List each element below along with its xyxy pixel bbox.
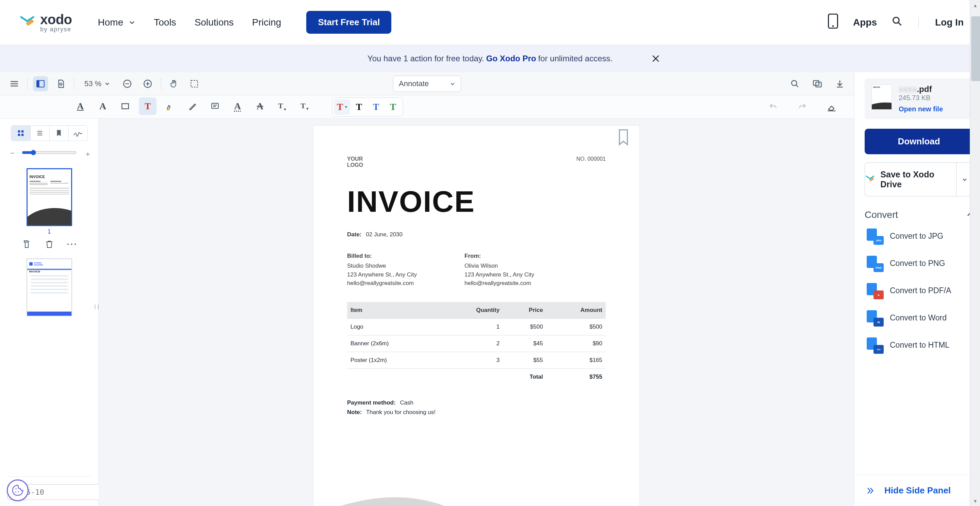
duplicate-page-button[interactable] [20,238,32,250]
highlighter-tool[interactable] [161,97,179,115]
svg-rect-23 [212,103,218,108]
scroll-down-icon[interactable]: ▾ [970,496,980,506]
bookmark-page-button[interactable] [617,129,630,142]
svg-point-34 [15,488,16,489]
thumbnail-page-1[interactable]: INVOICE [27,168,72,235]
login-link[interactable]: Log In [935,17,964,28]
thumbnail-scroll[interactable]: INVOICE [0,161,98,476]
thumbnail-page-2[interactable]: STUDIOSHODWE INVOICE [27,259,72,316]
delete-page-button[interactable] [43,238,56,250]
scroll-up-icon[interactable]: ▴ [970,0,980,10]
text-color-presets: T ▾ T T T [332,97,403,117]
table-row: Poster (1x2m) 3 $55 $165 [347,352,606,369]
thumb-zoom-in[interactable]: ＋ [82,148,90,156]
xodo-drive-icon [865,174,875,185]
invoice-title: INVOICE [347,184,606,219]
more-page-actions[interactable]: ··· [66,238,79,250]
window-scrollbar[interactable]: ▴ ▾ [970,0,980,506]
convert-to-pdfa[interactable]: A Convert to PDF/A [865,277,973,304]
panel-tab-bookmarks[interactable] [49,126,68,140]
freehand-tool[interactable] [184,97,202,115]
svg-rect-30 [21,134,23,136]
zoom-out-button[interactable] [120,76,135,91]
convert-section-header[interactable]: Convert [865,209,973,220]
redo-button[interactable] [794,98,811,116]
hide-side-panel-button[interactable]: Hide Side Panel [854,475,980,506]
highlight-tool[interactable]: A [94,97,111,115]
svg-rect-27 [18,131,20,132]
underline-tool[interactable]: A [72,97,89,115]
comments-button[interactable] [810,76,825,91]
svg-point-8 [60,83,62,85]
svg-rect-14 [191,80,198,87]
nav-home-label: Home [98,17,124,28]
zoom-in-button[interactable] [140,76,155,91]
document-search-button[interactable] [788,76,802,91]
mobile-icon[interactable] [828,14,838,31]
svg-point-36 [15,492,16,492]
zoom-value: 53 % [84,79,102,88]
rectangle-tool[interactable] [116,97,134,115]
site-header: xodo by apryse Home Tools Solutions Pric… [0,0,980,45]
font-size-down-tool[interactable]: T▼ [296,97,314,115]
free-text-tool[interactable]: T [139,97,156,115]
font-size-up-tool[interactable]: T▲ [274,97,291,115]
text-color-green[interactable]: T [385,99,401,115]
convert-to-html[interactable]: </> Convert to HTML [865,331,973,359]
panel-tab-thumbnails[interactable] [11,126,30,140]
download-button[interactable] [832,76,847,91]
panel-tab-signatures[interactable] [68,126,88,140]
thumbnail-sidebar: − ＋ INVOICE [0,118,99,506]
table-row: Logo 1 $500 $500 [347,318,606,335]
apps-link[interactable]: Apps [853,17,877,28]
start-trial-button[interactable]: Start Free Trial [306,11,391,34]
strikeout-tool[interactable]: A [251,97,269,115]
convert-to-word[interactable]: W Convert to Word [865,304,973,331]
file-thumbnail: INVOICE [872,85,892,110]
zoom-select[interactable]: 53 % [80,78,115,89]
chevron-down-icon: ▾ [345,105,347,109]
scroll-thumb[interactable] [971,16,980,81]
text-color-black[interactable]: T [351,99,367,115]
nav-pricing[interactable]: Pricing [252,17,282,28]
cookie-settings-button[interactable] [7,479,29,501]
invoice-logo-placeholder: YOUR LOGO [347,156,606,169]
panel-tab-outline[interactable] [30,126,49,140]
pan-tool-button[interactable] [166,76,181,91]
squiggly-tool[interactable]: A [229,97,247,115]
brand-logo[interactable]: xodo by apryse [19,12,72,33]
chevron-down-icon [105,81,110,86]
save-to-drive-button[interactable]: Save to Xodo Drive [865,163,956,196]
svg-line-3 [898,22,901,26]
page-settings-button[interactable] [53,76,68,91]
text-color-blue[interactable]: T [368,99,384,115]
convert-to-jpg[interactable]: JPG Convert to JPG [865,222,973,250]
svg-point-1 [832,25,834,27]
svg-line-16 [796,85,798,87]
eraser-tool[interactable] [823,98,840,116]
promo-cta-link[interactable]: Go Xodo Pro [486,54,536,63]
text-color-red[interactable]: T ▾ [334,99,350,115]
thumb-zoom-slider[interactable] [22,150,76,155]
convert-to-png[interactable]: PNG Convert to PNG [865,250,973,277]
thumb-zoom-out[interactable]: − [8,148,16,156]
tool-mode-dropdown[interactable]: Annotate [393,76,461,92]
note-tool[interactable] [206,97,224,115]
brand-text: xodo [40,12,72,27]
download-file-button[interactable]: Download [865,129,973,154]
document-canvas[interactable]: YOUR LOGO NO. 000001 INVOICE Date: 02 Ju… [99,118,854,506]
nav-home[interactable]: Home [98,17,136,28]
undo-button[interactable] [764,98,782,116]
menu-button[interactable] [7,76,22,91]
nav-tools[interactable]: Tools [154,17,176,28]
brand-subtext: by apryse [40,26,72,33]
promo-close-icon[interactable] [651,54,660,63]
open-new-file-link[interactable]: Open new file [899,105,966,113]
sidebar-panel-tabs [11,125,88,141]
marquee-select-button[interactable] [187,76,202,91]
search-icon[interactable] [892,16,902,29]
nav-solutions[interactable]: Solutions [195,17,234,28]
left-panel-toggle[interactable] [33,76,48,91]
invoice-date: Date: 02 June, 2030 [347,231,606,238]
promo-prefix: You have 1 action for free today. [368,54,484,63]
